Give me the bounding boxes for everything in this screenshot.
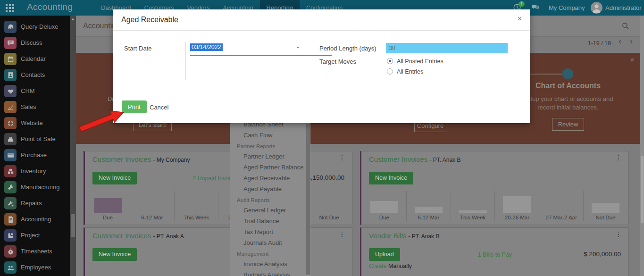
chart-column-20-26-mar[interactable]: 20-26 Mar bbox=[495, 191, 539, 221]
credit-card-icon bbox=[4, 149, 17, 161]
onboarding-step-dot[interactable] bbox=[562, 68, 573, 79]
company-switcher[interactable]: My Company bbox=[549, 0, 585, 16]
radio-label-all-posted[interactable]: All Posted Entries bbox=[397, 58, 443, 65]
menu-item-aged-partner-balance[interactable]: Aged Partner Balance bbox=[230, 162, 306, 173]
sidebar-scrollbar-thumb[interactable] bbox=[71, 214, 75, 237]
dropdown-scrollbar-thumb[interactable] bbox=[306, 124, 310, 275]
new-invoice-button[interactable]: New Invoice bbox=[369, 172, 413, 184]
chart-column-6-12-mar[interactable]: 6-12 Mar bbox=[130, 191, 175, 221]
kebab-menu-icon[interactable]: ⋮ bbox=[615, 154, 622, 161]
chart-column-due[interactable]: Due bbox=[362, 191, 407, 221]
sidebar-item-website[interactable]: Website bbox=[0, 115, 70, 131]
chart-column-27-mar-2-apr[interactable]: 27 Mar-2 Apr bbox=[539, 191, 584, 221]
new-invoice-button[interactable]: New Invoice bbox=[92, 172, 137, 184]
chart-bar[interactable] bbox=[94, 198, 122, 213]
kebab-menu-icon[interactable]: ⋮ bbox=[339, 154, 345, 161]
reporting-dropdown-list: Balance SheetCash FlowPartner ReportsPar… bbox=[230, 119, 306, 276]
apps-sidebar: Query DeluxeDiscussCalendarContactsCRMSa… bbox=[0, 16, 70, 276]
card-title[interactable]: Vendor Bills - PT. Anak B bbox=[369, 232, 439, 240]
chart-column-this-week[interactable]: This Week bbox=[175, 191, 219, 221]
pager-next-icon[interactable]: › bbox=[630, 36, 633, 46]
period-length-input[interactable] bbox=[386, 43, 508, 53]
chart-column-this-week[interactable]: This Week bbox=[451, 191, 495, 221]
sidebar-item-inventory[interactable]: Inventory bbox=[0, 163, 70, 179]
divider bbox=[113, 97, 530, 97]
chart-x-label: This Week bbox=[175, 215, 218, 220]
menu-item-aged-payable[interactable]: Aged Payable bbox=[230, 184, 306, 195]
radio-label-all-entries[interactable]: All Entries bbox=[397, 68, 423, 75]
stopwatch-icon bbox=[4, 245, 17, 258]
sidebar-item-contacts[interactable]: Contacts bbox=[0, 67, 70, 83]
kebab-menu-icon[interactable]: ⋮ bbox=[339, 230, 345, 238]
chart-axis-line bbox=[362, 213, 627, 213]
pager-prev-icon[interactable]: ‹ bbox=[619, 36, 621, 46]
menu-item-aged-receivable[interactable]: Aged Receivable bbox=[230, 173, 306, 184]
chart-x-label: This Week bbox=[451, 215, 495, 220]
window-scrollbar-thumb[interactable] bbox=[641, 156, 644, 223]
invoices-bar-chart[interactable]: Due6-12 MarThis Week20-26 Mar27 Mar-2 Ap… bbox=[86, 191, 351, 221]
menu-item-invoice-analysis[interactable]: Invoice Analysis bbox=[230, 259, 306, 270]
sidebar-item-label: Employees bbox=[21, 259, 51, 276]
sidebar-item-project[interactable]: Project bbox=[0, 227, 70, 243]
sidebar-item-purchase[interactable]: Purchase bbox=[0, 147, 70, 163]
card-title[interactable]: Customer Invoices - My Company bbox=[92, 155, 190, 163]
create-manually[interactable]: Create Manually bbox=[369, 263, 412, 269]
sidebar-item-accounting[interactable]: Accounting bbox=[0, 211, 70, 227]
chart-bar[interactable] bbox=[370, 201, 398, 213]
sidebar-item-label: Project bbox=[21, 227, 40, 243]
dashboard-card-customer-invoices-my-company: Customer Invoices - My Company ⋮ New Inv… bbox=[84, 151, 352, 225]
chart-column-not-due[interactable]: Not Due bbox=[584, 191, 627, 221]
chart-x-label: Due bbox=[86, 215, 130, 220]
sidebar-item-label: Timesheets bbox=[21, 243, 52, 259]
chart-bar[interactable] bbox=[503, 196, 531, 213]
card-company: - PT. Anak A bbox=[153, 233, 184, 240]
menu-item-tax-report[interactable]: Tax Report bbox=[230, 227, 306, 238]
user-menu[interactable]: Administrator bbox=[605, 0, 642, 16]
menu-item-journals-audit[interactable]: Journals Audit bbox=[230, 238, 306, 249]
create-link[interactable]: Create bbox=[369, 263, 387, 269]
sidebar-item-sales[interactable]: Sales bbox=[0, 99, 70, 115]
menu-item-trial-balance[interactable]: Trial Balance bbox=[230, 216, 306, 227]
sidebar-item-point-of-sale[interactable]: Point of Sale bbox=[0, 131, 70, 147]
menu-item-partner-ledger[interactable]: Partner Ledger bbox=[230, 151, 306, 162]
sidebar-item-label: Query Deluxe bbox=[21, 19, 58, 35]
print-button[interactable]: Print bbox=[122, 100, 147, 113]
sidebar-item-timesheets[interactable]: Timesheets bbox=[0, 243, 70, 259]
scroll-up-icon[interactable]: ▲ bbox=[70, 17, 76, 21]
chart-bar[interactable] bbox=[592, 203, 619, 213]
radio-all-posted-entries[interactable] bbox=[387, 58, 393, 64]
review-button[interactable]: Review bbox=[552, 118, 585, 131]
banner-close-icon[interactable]: ✕ bbox=[630, 57, 635, 63]
new-invoice-button[interactable]: New Invoice bbox=[92, 248, 137, 261]
menu-item-general-ledger[interactable]: General Ledger bbox=[230, 205, 306, 216]
dropdown-scrollbar[interactable] bbox=[306, 111, 310, 276]
activity-count-badge: 1 bbox=[519, 1, 525, 7]
user-avatar[interactable] bbox=[591, 2, 602, 14]
dialog-close-icon[interactable]: ✕ bbox=[517, 15, 522, 22]
invoices-bar-chart[interactable]: Due6-12 MarThis Week20-26 Mar27 Mar-2 Ap… bbox=[362, 191, 627, 221]
sidebar-item-discuss[interactable]: Discuss bbox=[0, 35, 70, 51]
kebab-menu-icon[interactable]: ⋮ bbox=[615, 230, 622, 238]
apps-grid-icon[interactable] bbox=[6, 4, 14, 14]
sidebar-item-manufacturing[interactable]: Manufacturing bbox=[0, 179, 70, 195]
start-date-input[interactable]: 03/14/2022 bbox=[190, 43, 223, 51]
sidebar-item-calendar[interactable]: Calendar bbox=[0, 51, 70, 67]
datepicker-caret-icon[interactable]: ▼ bbox=[296, 46, 300, 49]
wrench-icon bbox=[4, 181, 17, 193]
card-title[interactable]: Customer Invoices - PT. Anak B bbox=[369, 155, 460, 163]
chart-column-not-due[interactable]: Not Due bbox=[307, 191, 351, 221]
search-icon[interactable] bbox=[621, 22, 630, 32]
sidebar-item-crm[interactable]: CRM bbox=[0, 83, 70, 99]
sidebar-item-query-deluxe[interactable]: Query Deluxe bbox=[0, 19, 70, 35]
menu-item-budgets-analysis[interactable]: Budgets Analysis bbox=[230, 270, 306, 276]
chart-column-6-12-mar[interactable]: 6-12 Mar bbox=[407, 191, 451, 221]
chart-column-due[interactable]: Due bbox=[86, 191, 130, 221]
sidebar-scrollbar[interactable]: ▲ bbox=[70, 16, 76, 276]
menu-item-cash-flow[interactable]: Cash Flow bbox=[230, 130, 306, 141]
radio-all-entries[interactable] bbox=[387, 68, 393, 75]
sidebar-item-repairs[interactable]: Repairs bbox=[0, 195, 70, 211]
cancel-button[interactable]: Cancel bbox=[150, 104, 168, 111]
window-scrollbar[interactable] bbox=[640, 16, 644, 276]
card-title[interactable]: Customer Invoices - PT. Anak A bbox=[92, 232, 184, 240]
sidebar-item-employees[interactable]: Employees bbox=[0, 259, 70, 276]
